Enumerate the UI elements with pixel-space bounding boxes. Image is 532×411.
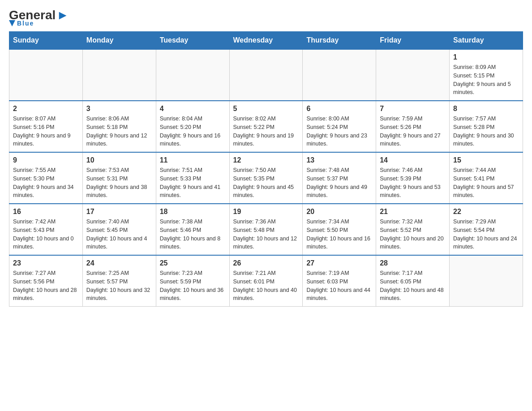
- day-number: 10: [86, 156, 152, 164]
- day-number: 1: [453, 53, 519, 61]
- day-number: 17: [86, 208, 152, 216]
- calendar-cell: [450, 255, 523, 307]
- day-number: 5: [233, 105, 299, 113]
- day-info: Sunrise: 8:06 AMSunset: 5:18 PMDaylight:…: [86, 115, 152, 148]
- day-header-tuesday: Tuesday: [156, 32, 229, 50]
- day-number: 24: [86, 259, 152, 267]
- day-info: Sunrise: 7:25 AMSunset: 5:57 PMDaylight:…: [86, 269, 152, 303]
- calendar-cell: 9Sunrise: 7:55 AMSunset: 5:30 PMDaylight…: [9, 152, 83, 204]
- calendar-cell: 13Sunrise: 7:48 AMSunset: 5:37 PMDayligh…: [303, 152, 376, 204]
- calendar-cell: 11Sunrise: 7:51 AMSunset: 5:33 PMDayligh…: [156, 152, 229, 204]
- day-info: Sunrise: 7:55 AMSunset: 5:30 PMDaylight:…: [13, 166, 79, 200]
- day-number: 18: [160, 208, 226, 216]
- day-number: 6: [306, 105, 372, 113]
- week-row-2: 2Sunrise: 8:07 AMSunset: 5:16 PMDaylight…: [9, 101, 523, 152]
- calendar-cell: 22Sunrise: 7:29 AMSunset: 5:54 PMDayligh…: [450, 204, 523, 255]
- day-info: Sunrise: 7:46 AMSunset: 5:39 PMDaylight:…: [380, 166, 446, 200]
- day-info: Sunrise: 7:42 AMSunset: 5:43 PMDaylight:…: [13, 218, 79, 251]
- day-number: 27: [306, 259, 372, 267]
- calendar-cell: 23Sunrise: 7:27 AMSunset: 5:56 PMDayligh…: [9, 255, 83, 307]
- calendar-cell: 1Sunrise: 8:09 AMSunset: 5:15 PMDaylight…: [450, 49, 523, 101]
- calendar-cell: [303, 49, 376, 101]
- day-number: 16: [13, 208, 79, 216]
- day-info: Sunrise: 7:59 AMSunset: 5:26 PMDaylight:…: [380, 115, 446, 148]
- day-info: Sunrise: 7:51 AMSunset: 5:33 PMDaylight:…: [160, 166, 226, 200]
- day-info: Sunrise: 7:53 AMSunset: 5:31 PMDaylight:…: [86, 166, 152, 200]
- day-number: 2: [13, 105, 79, 113]
- calendar-cell: 28Sunrise: 7:17 AMSunset: 6:05 PMDayligh…: [376, 255, 450, 307]
- calendar-cell: 3Sunrise: 8:06 AMSunset: 5:18 PMDaylight…: [82, 101, 156, 152]
- day-number: 26: [233, 259, 299, 267]
- week-row-5: 23Sunrise: 7:27 AMSunset: 5:56 PMDayligh…: [9, 255, 523, 307]
- day-number: 20: [306, 208, 372, 216]
- week-row-3: 9Sunrise: 7:55 AMSunset: 5:30 PMDaylight…: [9, 152, 523, 204]
- day-number: 14: [380, 156, 446, 164]
- calendar-cell: 26Sunrise: 7:21 AMSunset: 6:01 PMDayligh…: [229, 255, 303, 307]
- logo: General► Blue: [9, 9, 69, 27]
- calendar-cell: 27Sunrise: 7:19 AMSunset: 6:03 PMDayligh…: [303, 255, 376, 307]
- calendar-cell: 25Sunrise: 7:23 AMSunset: 5:59 PMDayligh…: [156, 255, 229, 307]
- day-number: 7: [380, 105, 446, 113]
- day-number: 8: [453, 105, 519, 113]
- day-info: Sunrise: 7:32 AMSunset: 5:52 PMDaylight:…: [380, 218, 446, 251]
- calendar-cell: 5Sunrise: 8:02 AMSunset: 5:22 PMDaylight…: [229, 101, 303, 152]
- day-info: Sunrise: 8:02 AMSunset: 5:22 PMDaylight:…: [233, 115, 299, 148]
- day-info: Sunrise: 7:19 AMSunset: 6:03 PMDaylight:…: [306, 269, 372, 303]
- day-header-sunday: Sunday: [9, 32, 83, 50]
- day-info: Sunrise: 7:23 AMSunset: 5:59 PMDaylight:…: [160, 269, 226, 303]
- day-number: 21: [380, 208, 446, 216]
- calendar-cell: 20Sunrise: 7:34 AMSunset: 5:50 PMDayligh…: [303, 204, 376, 255]
- calendar-table: SundayMondayTuesdayWednesdayThursdayFrid…: [9, 31, 523, 307]
- day-info: Sunrise: 7:27 AMSunset: 5:56 PMDaylight:…: [13, 269, 79, 303]
- day-info: Sunrise: 7:36 AMSunset: 5:48 PMDaylight:…: [233, 218, 299, 251]
- calendar-cell: 18Sunrise: 7:38 AMSunset: 5:46 PMDayligh…: [156, 204, 229, 255]
- day-number: 23: [13, 259, 79, 267]
- calendar-cell: 4Sunrise: 8:04 AMSunset: 5:20 PMDaylight…: [156, 101, 229, 152]
- calendar-cell: 8Sunrise: 7:57 AMSunset: 5:28 PMDaylight…: [450, 101, 523, 152]
- logo-blue-text: Blue: [17, 20, 34, 27]
- calendar-cell: 17Sunrise: 7:40 AMSunset: 5:45 PMDayligh…: [82, 204, 156, 255]
- calendar-cell: 2Sunrise: 8:07 AMSunset: 5:16 PMDaylight…: [9, 101, 83, 152]
- day-header-friday: Friday: [376, 32, 450, 50]
- calendar-cell: 6Sunrise: 8:00 AMSunset: 5:24 PMDaylight…: [303, 101, 376, 152]
- calendar-cell: 19Sunrise: 7:36 AMSunset: 5:48 PMDayligh…: [229, 204, 303, 255]
- day-number: 28: [380, 259, 446, 267]
- day-header-monday: Monday: [82, 32, 156, 50]
- day-number: 4: [160, 105, 226, 113]
- day-number: 9: [13, 156, 79, 164]
- day-number: 22: [453, 208, 519, 216]
- day-info: Sunrise: 7:57 AMSunset: 5:28 PMDaylight:…: [453, 115, 519, 148]
- day-info: Sunrise: 8:00 AMSunset: 5:24 PMDaylight:…: [306, 115, 372, 148]
- day-number: 12: [233, 156, 299, 164]
- calendar-header-row: SundayMondayTuesdayWednesdayThursdayFrid…: [9, 32, 523, 50]
- calendar-cell: [376, 49, 450, 101]
- calendar-cell: [156, 49, 229, 101]
- day-number: 19: [233, 208, 299, 216]
- day-info: Sunrise: 8:09 AMSunset: 5:15 PMDaylight:…: [453, 63, 519, 97]
- day-info: Sunrise: 7:34 AMSunset: 5:50 PMDaylight:…: [306, 218, 372, 251]
- page-header: General► Blue: [9, 9, 523, 27]
- day-info: Sunrise: 7:38 AMSunset: 5:46 PMDaylight:…: [160, 218, 226, 251]
- calendar-cell: 7Sunrise: 7:59 AMSunset: 5:26 PMDaylight…: [376, 101, 450, 152]
- day-number: 15: [453, 156, 519, 164]
- day-info: Sunrise: 7:44 AMSunset: 5:41 PMDaylight:…: [453, 166, 519, 200]
- day-header-saturday: Saturday: [450, 32, 523, 50]
- calendar-cell: 10Sunrise: 7:53 AMSunset: 5:31 PMDayligh…: [82, 152, 156, 204]
- calendar-cell: 12Sunrise: 7:50 AMSunset: 5:35 PMDayligh…: [229, 152, 303, 204]
- calendar-cell: [229, 49, 303, 101]
- day-info: Sunrise: 7:50 AMSunset: 5:35 PMDaylight:…: [233, 166, 299, 200]
- day-number: 3: [86, 105, 152, 113]
- calendar-cell: [9, 49, 83, 101]
- day-number: 13: [306, 156, 372, 164]
- day-info: Sunrise: 7:40 AMSunset: 5:45 PMDaylight:…: [86, 218, 152, 251]
- calendar-cell: 24Sunrise: 7:25 AMSunset: 5:57 PMDayligh…: [82, 255, 156, 307]
- day-info: Sunrise: 7:21 AMSunset: 6:01 PMDaylight:…: [233, 269, 299, 303]
- day-number: 11: [160, 156, 226, 164]
- calendar-cell: 14Sunrise: 7:46 AMSunset: 5:39 PMDayligh…: [376, 152, 450, 204]
- day-info: Sunrise: 7:29 AMSunset: 5:54 PMDaylight:…: [453, 218, 519, 251]
- day-header-wednesday: Wednesday: [229, 32, 303, 50]
- calendar-cell: 16Sunrise: 7:42 AMSunset: 5:43 PMDayligh…: [9, 204, 83, 255]
- day-info: Sunrise: 7:48 AMSunset: 5:37 PMDaylight:…: [306, 166, 372, 200]
- calendar-cell: 15Sunrise: 7:44 AMSunset: 5:41 PMDayligh…: [450, 152, 523, 204]
- day-number: 25: [160, 259, 226, 267]
